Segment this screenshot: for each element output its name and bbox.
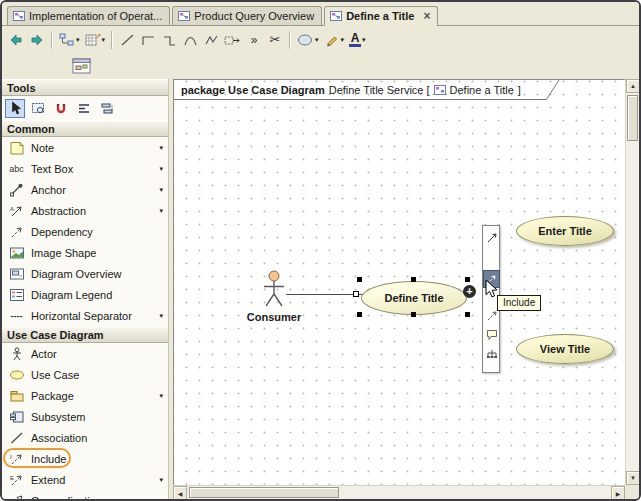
diagram-canvas[interactable]: package Use Case Diagram Define Title Se… (173, 79, 625, 485)
tab-product-query-overview[interactable]: Product Query Overview (172, 6, 322, 25)
actor-consumer[interactable]: Consumer (244, 270, 304, 323)
distribute-icon (100, 102, 114, 115)
variant-caret-icon[interactable]: ▾ (159, 392, 163, 400)
content-pane-button[interactable] (70, 55, 93, 77)
use-case-define-title[interactable]: Define Title (361, 281, 467, 315)
diagram-frame-label[interactable]: package Use Case Diagram Define Title Se… (174, 80, 546, 100)
shape-style-button[interactable]: ▾ (295, 29, 321, 51)
palette-item-extend[interactable]: E Extend ▾ (2, 469, 168, 490)
quick-layout-button[interactable]: ▾ (83, 29, 108, 51)
palette-item-generalization[interactable]: Generalization ▾ (2, 490, 168, 499)
smart-add-button[interactable]: + (463, 285, 476, 298)
palette-item-label: Extend (31, 474, 159, 486)
selection-handle[interactable] (465, 277, 470, 282)
selection-handle[interactable] (465, 312, 470, 317)
line-style-curved-button[interactable] (180, 29, 200, 51)
palette-item-actor[interactable]: Actor (2, 343, 168, 364)
dropdown-caret-icon: ▾ (76, 36, 80, 43)
palette-item-abstraction[interactable]: A Abstraction ▾ (2, 200, 168, 221)
curved-line-icon (183, 33, 198, 47)
magnet-tool-button[interactable] (51, 99, 71, 118)
palette-item-use-case[interactable]: Use Case (2, 364, 168, 385)
toolbar-overflow-button[interactable]: » (244, 29, 264, 51)
oval-style-icon (297, 33, 314, 47)
palette-item-label: Anchor (31, 184, 159, 196)
comment-tool-button[interactable] (485, 328, 499, 342)
palette-item-note[interactable]: Note ▾ (2, 137, 168, 158)
palette-item-horizontal-separator[interactable]: ---- Horizontal Separator ▾ (2, 305, 168, 326)
palette-item-diagram-legend[interactable]: Diagram Legend (2, 284, 168, 305)
palette-item-anchor[interactable]: Anchor ▾ (2, 179, 168, 200)
palette-item-association[interactable]: Association (2, 427, 168, 448)
horizontal-scrollbar[interactable]: ◀ ▶ (173, 485, 625, 499)
frame-bracket-close: ] (518, 84, 521, 96)
palette-section-tools[interactable]: Tools (2, 79, 168, 96)
tab-define-a-title[interactable]: Define a Title × (324, 6, 438, 26)
align-tool-button[interactable] (74, 99, 94, 118)
scroll-down-button[interactable]: ▼ (626, 471, 640, 485)
include-icon: I (9, 452, 25, 466)
palette-item-dependency[interactable]: Dependency (2, 221, 168, 242)
variant-caret-icon[interactable]: ▾ (159, 186, 163, 194)
palette-item-diagram-overview[interactable]: Diagram Overview (2, 263, 168, 284)
cut-button[interactable]: ✂ (265, 29, 285, 51)
distribute-tool-button[interactable] (97, 99, 117, 118)
tab-close-icon[interactable]: × (423, 11, 430, 21)
palette-item-include[interactable]: I Include (2, 448, 168, 469)
palette-section-common[interactable]: Common (2, 120, 168, 137)
image-shape-icon (9, 246, 25, 260)
layout-hierarchy-button[interactable]: ▾ (57, 29, 82, 51)
line-style-rectilinear-button[interactable] (138, 29, 158, 51)
svg-text:A: A (10, 206, 14, 212)
variant-caret-icon[interactable]: ▾ (159, 165, 163, 173)
use-case-view-title[interactable]: View Title (516, 334, 614, 364)
line-style-spline-button[interactable] (201, 29, 221, 51)
variant-caret-icon[interactable]: ▾ (159, 144, 163, 152)
selection-handle[interactable] (357, 312, 362, 317)
association-line-icon (486, 232, 498, 244)
association-tool-button[interactable] (485, 231, 499, 245)
use-case-enter-title[interactable]: Enter Title (516, 216, 614, 246)
palette-item-label: Include (31, 453, 163, 465)
selection-handle[interactable] (411, 312, 416, 317)
palette-item-package[interactable]: Package ▾ (2, 385, 168, 406)
marquee-tool-button[interactable] (28, 99, 48, 118)
line-style-straight-button[interactable] (117, 29, 137, 51)
use-case-label: Enter Title (538, 225, 592, 237)
line-color-button[interactable]: ▾ (322, 29, 347, 51)
variant-caret-icon[interactable]: ▾ (159, 476, 163, 484)
scroll-right-button[interactable]: ▶ (611, 486, 625, 500)
palette-item-image-shape[interactable]: Image Shape (2, 242, 168, 263)
palette-item-subsystem[interactable]: Subsystem (2, 406, 168, 427)
horizontal-scroll-track[interactable] (341, 486, 611, 499)
palette-item-label: Dependency (31, 226, 163, 238)
edge-endpoint-handle[interactable] (353, 291, 359, 297)
scroll-up-button[interactable]: ▲ (626, 79, 640, 93)
dropdown-caret-icon: ▾ (341, 36, 345, 43)
font-color-button[interactable]: A ▾ (347, 29, 368, 51)
selection-handle[interactable] (411, 277, 416, 282)
structure-tool-button[interactable] (485, 348, 499, 362)
vertical-scrollbar[interactable]: ▲ ▼ (625, 79, 639, 485)
vertical-scroll-track[interactable] (626, 143, 639, 471)
selection-handle[interactable] (357, 277, 362, 282)
hierarchy-icon (59, 33, 75, 47)
main-toolbar: ▾ ▾ » ✂ ▾ ▾ A ▾ (2, 26, 639, 53)
palette-section-use-case-diagram[interactable]: Use Case Diagram (2, 326, 168, 343)
path-to-shape-button[interactable] (222, 29, 243, 51)
variant-caret-icon[interactable]: ▾ (159, 207, 163, 215)
association-edge[interactable] (286, 294, 363, 295)
line-style-bent-button[interactable] (159, 29, 179, 51)
tab-implementation-of-operations[interactable]: Implementation of Operat... (7, 6, 170, 25)
palette-item-text-box[interactable]: abc Text Box ▾ (2, 158, 168, 179)
scroll-left-button[interactable]: ◀ (173, 486, 187, 500)
variant-caret-icon[interactable]: ▾ (159, 312, 163, 320)
select-tool-button[interactable] (5, 99, 25, 118)
horizontal-scroll-thumb[interactable] (189, 487, 339, 498)
main-area: Tools Common Note ▾ abc Text Box ▾ (2, 79, 639, 499)
back-button[interactable] (6, 29, 26, 51)
forward-button[interactable] (27, 29, 47, 51)
variant-caret-icon[interactable]: ▾ (159, 497, 163, 500)
vertical-scroll-thumb[interactable] (627, 95, 638, 141)
extend-tool-button[interactable] (485, 309, 499, 323)
